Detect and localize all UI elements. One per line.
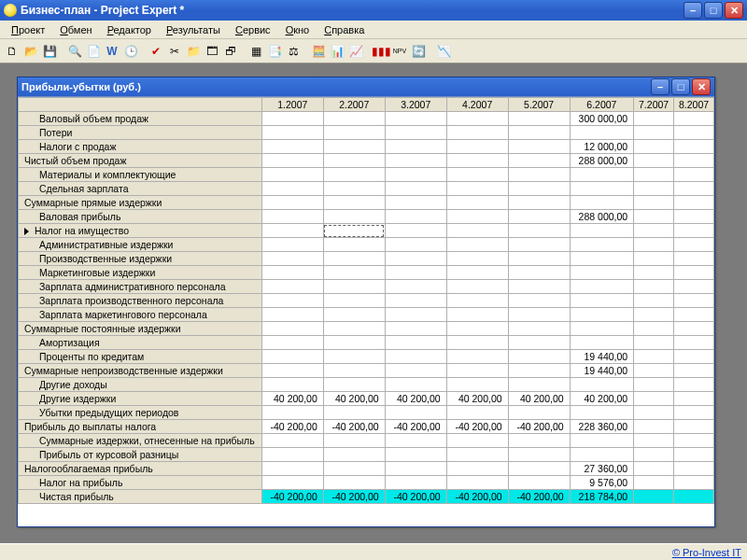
cell[interactable]: 9 576,00 bbox=[570, 476, 634, 490]
cell[interactable] bbox=[634, 294, 674, 308]
cell[interactable] bbox=[323, 154, 385, 168]
table-row[interactable]: Амортизация bbox=[19, 336, 714, 350]
column-header[interactable]: 1.2007 bbox=[261, 98, 323, 112]
table-row[interactable]: Другие издержки40 200,0040 200,0040 200,… bbox=[19, 392, 714, 406]
row-header[interactable]: Другие доходы bbox=[19, 378, 262, 392]
row-header[interactable]: Суммарные издержки, отнесенные на прибыл… bbox=[19, 434, 262, 448]
cell[interactable]: 288 000,00 bbox=[570, 210, 634, 224]
column-header[interactable]: 5.2007 bbox=[508, 98, 570, 112]
calc1-icon[interactable]: 🧮 bbox=[310, 43, 327, 60]
table-row[interactable]: Административные издержки bbox=[19, 238, 714, 252]
cell[interactable] bbox=[446, 140, 508, 154]
cell[interactable] bbox=[323, 252, 385, 266]
cell[interactable]: 288 000,00 bbox=[570, 154, 634, 168]
table-row[interactable]: Материалы и комплектующие bbox=[19, 168, 714, 182]
menu-5[interactable]: Окно bbox=[278, 22, 317, 37]
cell[interactable] bbox=[674, 168, 714, 182]
cell[interactable] bbox=[634, 126, 674, 140]
cell[interactable] bbox=[634, 350, 674, 364]
cell[interactable] bbox=[570, 280, 634, 294]
cell[interactable] bbox=[323, 364, 385, 378]
npv-icon[interactable]: NPV bbox=[391, 43, 408, 60]
column-header[interactable]: 3.2007 bbox=[385, 98, 446, 112]
cell[interactable] bbox=[570, 378, 634, 392]
cell[interactable] bbox=[634, 476, 674, 490]
cell[interactable] bbox=[446, 168, 508, 182]
cell[interactable] bbox=[508, 112, 570, 126]
cell[interactable] bbox=[446, 280, 508, 294]
table-row[interactable]: Суммарные постоянные издержки bbox=[19, 322, 714, 336]
cell[interactable] bbox=[385, 350, 446, 364]
cell[interactable] bbox=[674, 196, 714, 210]
cell[interactable] bbox=[674, 238, 714, 252]
cell[interactable] bbox=[323, 168, 385, 182]
cell[interactable]: 19 440,00 bbox=[570, 350, 634, 364]
cell[interactable] bbox=[261, 140, 323, 154]
cell[interactable] bbox=[385, 364, 446, 378]
cell[interactable] bbox=[634, 182, 674, 196]
cell[interactable] bbox=[446, 378, 508, 392]
cell[interactable] bbox=[674, 434, 714, 448]
row-header[interactable]: Убытки предыдущих периодов bbox=[19, 406, 262, 420]
scissors-icon[interactable]: ✂ bbox=[166, 43, 183, 60]
cell[interactable] bbox=[385, 224, 446, 238]
row-header[interactable]: Прибыль до выплаты налога bbox=[19, 420, 262, 434]
cell[interactable] bbox=[385, 266, 446, 280]
cell[interactable] bbox=[261, 112, 323, 126]
menu-3[interactable]: Результаты bbox=[159, 22, 228, 37]
cell[interactable]: 40 200,00 bbox=[508, 392, 570, 406]
cell[interactable] bbox=[385, 168, 446, 182]
cell[interactable] bbox=[323, 294, 385, 308]
table-row[interactable]: Валовый объем продаж300 000,00 bbox=[19, 112, 714, 126]
cell[interactable] bbox=[508, 406, 570, 420]
save-icon[interactable]: 💾 bbox=[41, 43, 58, 60]
cell[interactable] bbox=[634, 392, 674, 406]
cell[interactable] bbox=[674, 182, 714, 196]
cell[interactable] bbox=[385, 182, 446, 196]
cell[interactable] bbox=[261, 182, 323, 196]
cell[interactable] bbox=[261, 196, 323, 210]
table-row[interactable]: Налоги с продаж12 000,00 bbox=[19, 140, 714, 154]
cell[interactable] bbox=[634, 378, 674, 392]
cell[interactable] bbox=[508, 266, 570, 280]
row-header[interactable]: Зарплата маркетингового персонала bbox=[19, 308, 262, 322]
row-header[interactable]: Налог на имущество bbox=[19, 224, 262, 238]
table-row[interactable]: Сдельная зарплата bbox=[19, 182, 714, 196]
cell[interactable]: 300 000,00 bbox=[570, 112, 634, 126]
cell[interactable] bbox=[674, 448, 714, 462]
cell[interactable] bbox=[634, 490, 674, 504]
cell[interactable] bbox=[385, 434, 446, 448]
cell[interactable] bbox=[674, 336, 714, 350]
cell[interactable] bbox=[570, 434, 634, 448]
cell[interactable] bbox=[674, 140, 714, 154]
cell[interactable] bbox=[634, 266, 674, 280]
cell[interactable] bbox=[385, 112, 446, 126]
cell[interactable] bbox=[634, 420, 674, 434]
cell[interactable] bbox=[323, 210, 385, 224]
cell[interactable] bbox=[634, 140, 674, 154]
cell[interactable] bbox=[385, 336, 446, 350]
cell[interactable] bbox=[446, 126, 508, 140]
row-header[interactable]: Административные издержки bbox=[19, 238, 262, 252]
cell[interactable] bbox=[261, 126, 323, 140]
menu-2[interactable]: Редактор bbox=[100, 22, 159, 37]
column-header[interactable]: 6.2007 bbox=[570, 98, 634, 112]
cell[interactable]: -40 200,00 bbox=[508, 420, 570, 434]
cell[interactable] bbox=[674, 490, 714, 504]
cell[interactable] bbox=[385, 378, 446, 392]
cell[interactable] bbox=[634, 336, 674, 350]
cell[interactable] bbox=[508, 224, 570, 238]
cell[interactable] bbox=[508, 182, 570, 196]
cell[interactable]: 40 200,00 bbox=[323, 392, 385, 406]
table-row[interactable]: Другие доходы bbox=[19, 378, 714, 392]
cell[interactable] bbox=[508, 378, 570, 392]
cell[interactable] bbox=[323, 406, 385, 420]
cell[interactable] bbox=[570, 308, 634, 322]
cell[interactable] bbox=[674, 420, 714, 434]
cell[interactable] bbox=[508, 308, 570, 322]
row-header[interactable]: Прибыль от курсовой разницы bbox=[19, 448, 262, 462]
cell[interactable] bbox=[446, 294, 508, 308]
cell[interactable] bbox=[446, 364, 508, 378]
row-header[interactable]: Суммарные непроизводственные издержки bbox=[19, 364, 262, 378]
cell[interactable] bbox=[385, 252, 446, 266]
